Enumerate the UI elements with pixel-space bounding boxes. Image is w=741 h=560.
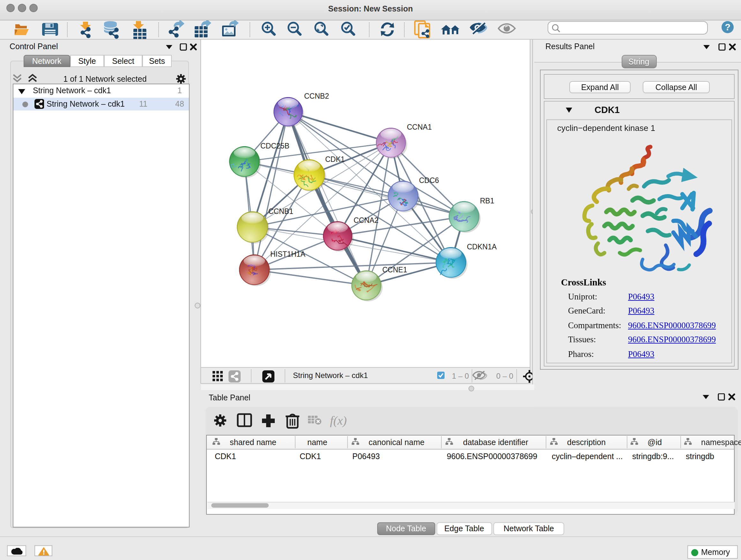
svg-text:CCNE1: CCNE1 (382, 266, 407, 274)
svg-text:f(x): f(x) (330, 414, 347, 428)
svg-text:CCNA1: CCNA1 (407, 123, 432, 131)
svg-text:RB1: RB1 (480, 197, 494, 205)
svg-text:CCNB1: CCNB1 (268, 207, 293, 215)
svg-text:CDK1: CDK1 (325, 155, 345, 164)
svg-text:CDC6: CDC6 (419, 176, 439, 185)
svg-text:?: ? (725, 22, 731, 32)
svg-text:CCNA2: CCNA2 (354, 216, 379, 225)
svg-text:CDKN1A: CDKN1A (467, 243, 497, 251)
svg-text:CCNB2: CCNB2 (304, 92, 329, 100)
svg-text:HIST1H1A: HIST1H1A (270, 250, 306, 258)
svg-text:CDC25B: CDC25B (260, 142, 289, 150)
